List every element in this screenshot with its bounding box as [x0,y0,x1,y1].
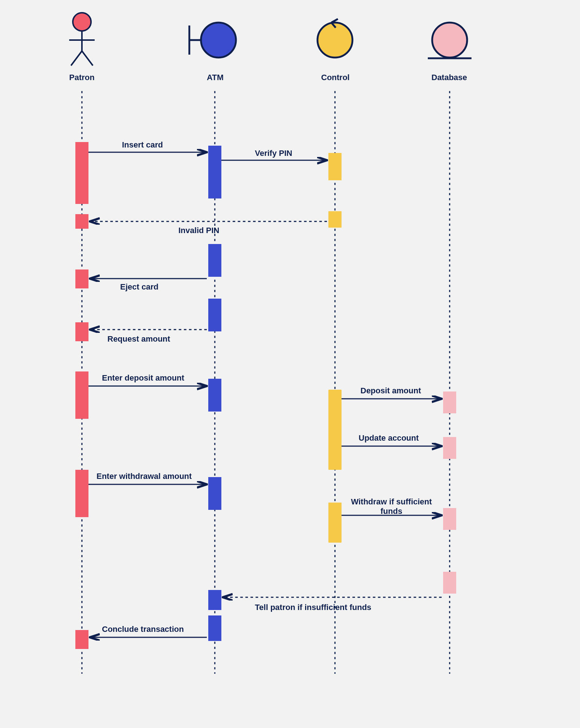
control-control-icon [317,19,352,58]
svg-point-0 [73,13,91,31]
control-label: Control [321,73,350,82]
control-activation [328,390,342,470]
svg-line-4 [82,51,93,66]
database-entity-icon [428,23,472,58]
patron-activation [75,142,88,204]
svg-line-3 [71,51,82,66]
msg-withdraw-label: Withdraw if sufficient funds [350,497,433,516]
atm-activation [208,146,221,198]
atm-activation [208,615,221,641]
msg-deposit-amount-label: Deposit amount [360,386,421,396]
patron-activation [75,371,88,419]
sequence-diagram [0,0,580,728]
database-activation [443,391,456,413]
atm-boundary-icon [189,23,236,58]
msg-enter-withdrawal-label: Enter withdrawal amount [96,472,192,481]
patron-actor-icon [69,13,95,66]
patron-label: Patron [69,73,95,82]
patron-activation [75,214,88,229]
control-activation [328,211,342,228]
svg-point-7 [201,23,236,58]
msg-invalid-pin-label: Invalid PIN [178,226,219,235]
control-activation [328,503,342,543]
database-activation [443,572,456,594]
patron-activation [75,269,88,288]
msg-update-account-label: Update account [359,433,419,443]
msg-conclude-label: Conclude transaction [102,625,184,634]
control-activation [328,153,342,180]
svg-point-9 [432,23,467,58]
database-label: Database [431,73,467,82]
msg-eject-card-label: Eject card [120,282,158,292]
atm-activation [208,244,221,277]
atm-activation [208,590,221,610]
atm-activation [208,379,221,412]
database-activation [443,508,456,530]
database-activation [443,437,456,459]
patron-activation [75,470,88,517]
patron-activation [75,630,88,649]
msg-tell-insufficient-label: Tell patron if insufficient funds [255,603,371,612]
patron-activation [75,322,88,341]
msg-verify-pin-label: Verify PIN [255,149,292,158]
msg-insert-card-label: Insert card [122,140,163,150]
atm-label: ATM [207,73,224,82]
atm-activation [208,477,221,510]
atm-activation [208,299,221,331]
msg-enter-deposit-label: Enter deposit amount [102,373,184,383]
msg-request-amount-label: Request amount [107,334,170,344]
